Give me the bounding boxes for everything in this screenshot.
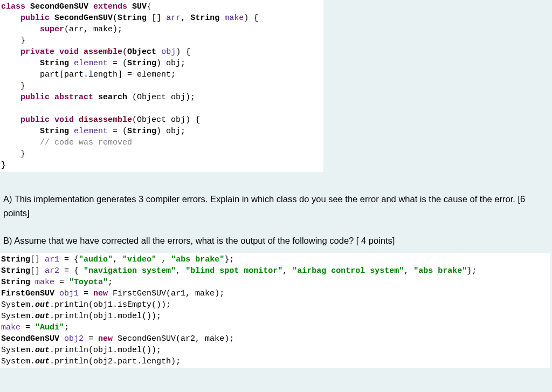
code-block-2: String[] ar1 = {"audio", "video" , "abs …: [0, 253, 550, 368]
keyword-new: new: [93, 289, 108, 298]
var-element: element: [74, 59, 108, 68]
string-blind-spot: "blind spot monitor": [185, 266, 282, 276]
out: out: [35, 312, 50, 321]
type-string: String: [190, 13, 219, 23]
method-assemble: assemble: [84, 47, 122, 57]
keyword-extends: extends: [93, 2, 127, 11]
type-string: String: [118, 13, 147, 23]
question-b: B) Assume that we have corrected all the…: [0, 232, 552, 250]
assign: = {: [59, 266, 84, 276]
cast-string: String: [127, 59, 156, 68]
constructor-name: SecondGenSUV: [54, 13, 113, 23]
keyword-public: public: [20, 13, 50, 23]
paren-open: (: [113, 13, 118, 23]
method-search: search: [98, 93, 127, 102]
keyword-void: void: [54, 115, 74, 125]
assign: = (: [108, 127, 127, 136]
brace: }: [20, 81, 25, 91]
keyword-public: public: [20, 93, 50, 102]
string-toyota: "Toyota": [69, 278, 108, 287]
string-audio: "audio": [79, 255, 113, 264]
var-make: make: [1, 323, 20, 332]
method-disassemble: disassemble: [79, 115, 132, 125]
var-ar2: ar2: [45, 266, 59, 276]
comma: ,: [176, 266, 185, 276]
keyword-class: class: [1, 2, 25, 11]
keyword-new: new: [98, 334, 113, 343]
brackets: []: [30, 266, 40, 276]
comma: ,: [181, 13, 185, 23]
brackets: []: [151, 13, 161, 23]
system: System.: [1, 312, 35, 321]
super-class: SUV: [132, 2, 147, 11]
string-abs-brake: "abs brake": [171, 255, 224, 264]
question-a: A) This implementation generates 3 compi…: [0, 190, 552, 222]
keyword-abstract: abstract: [54, 93, 93, 102]
method-args: (Object obj);: [127, 93, 195, 102]
type-object: Object: [127, 47, 156, 57]
part-access: part[part.length]: [40, 70, 122, 79]
brace: }: [1, 161, 6, 170]
var-element: element: [74, 127, 108, 136]
string-audi: "Audi": [35, 323, 64, 332]
type-string: String: [40, 59, 69, 68]
println-call: .println(obj2.part.length);: [50, 357, 181, 366]
brace: {: [147, 2, 151, 11]
paren-close: ) {: [244, 13, 258, 23]
assign: =: [84, 334, 98, 343]
println-call: .println(obj1.model());: [50, 312, 161, 321]
type-string: String: [1, 278, 30, 287]
brace: }: [20, 36, 25, 45]
string-navigation: "navigation system": [84, 266, 176, 276]
var-ar1: ar1: [45, 255, 59, 264]
out: out: [35, 346, 50, 355]
var-obj2: obj2: [64, 334, 84, 343]
type-string: String: [40, 127, 69, 136]
cast-close: ) obj;: [156, 59, 185, 68]
keyword-void: void: [59, 47, 79, 57]
brackets: []: [30, 255, 40, 264]
semicolon: ;: [108, 278, 113, 287]
comment-removed: // code was removed: [40, 138, 132, 147]
constructor-call: SecondGenSUV(ar2, make);: [113, 334, 234, 343]
semicolon: };: [224, 255, 234, 264]
comma: ,: [113, 255, 122, 264]
var-obj1: obj1: [59, 289, 79, 298]
paren-close: ) {: [176, 47, 190, 57]
assign: =: [79, 289, 93, 298]
assign: =: [54, 278, 69, 287]
system: System.: [1, 357, 35, 366]
string-abs-brake: "abs brake": [413, 266, 467, 276]
system: System.: [1, 300, 35, 310]
super-args: (arr, make);: [64, 25, 122, 34]
out: out: [35, 357, 50, 366]
type-secondgensuv: SecondGenSUV: [1, 334, 59, 343]
comma: ,: [156, 255, 171, 264]
method-args: (Object obj) {: [132, 115, 200, 125]
semicolon: ;: [64, 323, 69, 332]
assign: = element;: [122, 70, 176, 79]
keyword-public: public: [20, 115, 50, 125]
param-make: make: [224, 13, 244, 23]
comma: ,: [404, 266, 413, 276]
keyword-private: private: [20, 47, 54, 57]
string-video: "video": [122, 255, 156, 264]
assign: = {: [59, 255, 79, 264]
cast-close: ) obj;: [156, 127, 185, 136]
println-call: .println(obj1.isEmpty());: [50, 300, 171, 310]
cast-string: String: [127, 127, 156, 136]
keyword-super: super: [40, 25, 64, 34]
brace: }: [20, 149, 25, 159]
type-string: String: [1, 266, 30, 276]
string-airbag: "airbag control system": [292, 266, 404, 276]
assign: = (: [108, 59, 127, 68]
type-firstgensuv: FirstGenSUV: [1, 289, 54, 298]
param-arr: arr: [166, 13, 181, 23]
system: System.: [1, 346, 35, 355]
paren-open: (: [122, 47, 127, 57]
param-obj: obj: [161, 47, 176, 57]
assign: =: [20, 323, 35, 332]
semicolon: };: [467, 266, 477, 276]
var-make: make: [35, 278, 54, 287]
type-string: String: [1, 255, 30, 264]
